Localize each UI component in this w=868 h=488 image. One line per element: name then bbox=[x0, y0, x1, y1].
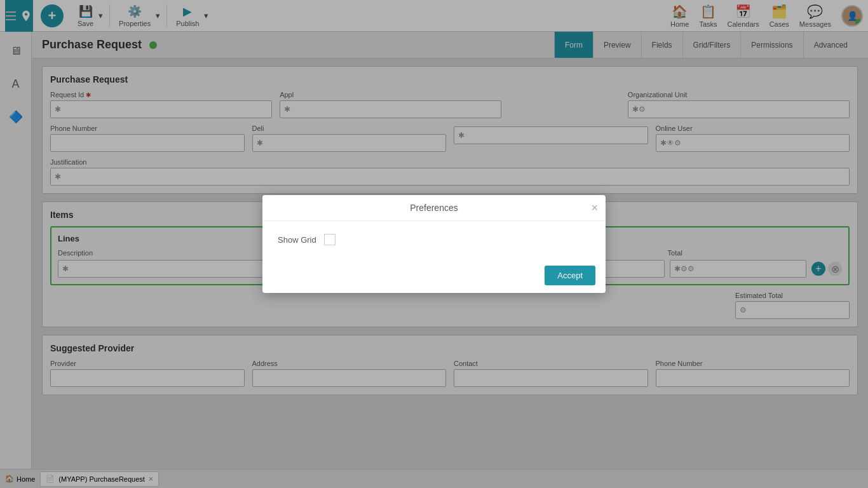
modal-overlay: Preferences × Show Grid Accept bbox=[0, 0, 868, 488]
show-grid-label: Show Grid bbox=[278, 235, 316, 245]
show-grid-row: Show Grid bbox=[278, 234, 590, 245]
modal-header: Preferences × bbox=[262, 195, 606, 221]
modal-close-button[interactable]: × bbox=[591, 201, 598, 215]
accept-button[interactable]: Accept bbox=[545, 266, 595, 285]
preferences-modal: Preferences × Show Grid Accept bbox=[262, 195, 606, 293]
modal-body: Show Grid bbox=[262, 221, 606, 258]
show-grid-checkbox[interactable] bbox=[324, 234, 336, 245]
modal-title: Preferences bbox=[410, 203, 458, 213]
modal-footer: Accept bbox=[262, 258, 606, 293]
